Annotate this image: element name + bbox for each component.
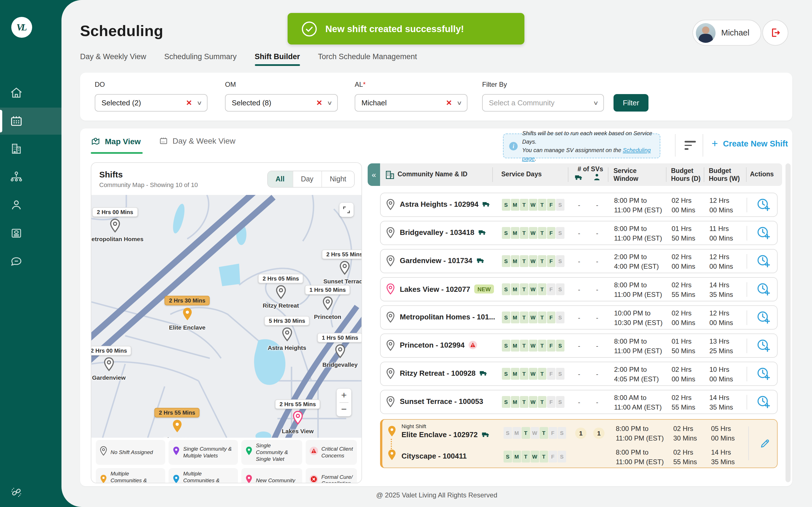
add-schedule-button[interactable] xyxy=(756,395,771,412)
collapse-table-button[interactable]: « xyxy=(368,163,380,186)
budget-hours-d: 02 Hrs00 Mins xyxy=(672,309,695,328)
service-window: 8:00 PM to11:00 PM (EST) xyxy=(616,424,664,443)
day-chip-W: W xyxy=(529,255,537,267)
sidebar-item-home[interactable] xyxy=(0,79,61,107)
tab-day-week-view[interactable]: Day & Week View xyxy=(159,136,236,145)
map-pin-bridgevalley[interactable]: 1 Hrs 50 MinsBridgevalley xyxy=(317,333,361,368)
tab-day-weekly-view[interactable]: Day & Weekly View xyxy=(80,52,146,66)
divider xyxy=(747,339,747,353)
check-circle-icon xyxy=(301,20,317,37)
budget-hours-d: 02 Hrs00 Mins xyxy=(672,196,695,215)
map-pin-astra-heights[interactable]: 5 Hrs 30 MinsAstra Heights xyxy=(264,316,310,351)
toggle-day[interactable]: Day xyxy=(292,171,321,187)
community-row[interactable]: Sunset Terrace - 100053SMTWTFS--8:00 AM … xyxy=(380,390,777,414)
om-label: OM xyxy=(225,80,236,89)
zoom-out-button[interactable]: − xyxy=(337,403,351,416)
tab-map-view[interactable]: Map View xyxy=(91,136,141,146)
day-chip-S: S xyxy=(502,396,510,408)
community-select[interactable]: Select a Community ∨ xyxy=(482,94,604,112)
sidebar-item-integrations[interactable] xyxy=(0,479,61,506)
community-row[interactable]: Metropolitan Homes - 101...SMTWTFS--10:0… xyxy=(380,305,777,330)
budget-hours-w: 14 Hrs35 Mins xyxy=(709,281,733,299)
sidebar-item-scheduling[interactable] xyxy=(0,108,61,135)
table-filter-icon[interactable] xyxy=(684,141,696,152)
night-shift-group-row[interactable]: Night ShiftElite Enclave - 102972Citysca… xyxy=(380,419,777,468)
budget-hours-d: 01 Hrs50 Mins xyxy=(672,337,695,356)
filter-button[interactable]: Filter xyxy=(613,94,649,112)
clear-icon[interactable]: ✕ xyxy=(186,99,192,107)
sidebar-item-users[interactable] xyxy=(0,191,61,219)
add-schedule-button[interactable] xyxy=(756,226,771,243)
do-select[interactable]: Selected (2) ✕∨ xyxy=(95,94,207,112)
map-pin-metropolitan-homes[interactable]: 2 Hrs 00 MinsMetropolitan Homes xyxy=(91,207,144,242)
sidebar-item-communities[interactable] xyxy=(0,135,61,162)
legend-label: Single Community & Multiple Valets xyxy=(183,446,234,459)
al-select[interactable]: Michael ✕∨ xyxy=(355,94,467,112)
sv-truck-count: - xyxy=(573,370,585,378)
community-row[interactable]: Gardenview - 101734SMTWTFS--2:00 PM to4:… xyxy=(380,249,777,273)
toggle-night[interactable]: Night xyxy=(321,171,354,187)
map-pin-elite-enclave[interactable]: 2 Hrs 30 MinsElite Enclave xyxy=(165,296,210,331)
om-select[interactable]: Selected (8) ✕∨ xyxy=(225,94,338,112)
add-schedule-button[interactable] xyxy=(756,254,771,271)
day-chip-S: S xyxy=(556,396,564,408)
sidebar-item-messages[interactable] xyxy=(0,248,61,275)
map-pin-princeton[interactable]: 1 Hrs 50 MinsPrinceton xyxy=(305,285,350,320)
add-schedule-button[interactable] xyxy=(756,339,771,355)
sidebar-item-reports[interactable] xyxy=(0,220,61,247)
map-pin-sunset-terrace[interactable]: 2 Hrs 55 MinsSunset Terrace xyxy=(322,249,361,284)
community-map-label: Ritzy Retreat xyxy=(263,302,299,309)
toggle-all[interactable]: All xyxy=(267,171,292,187)
day-chip-T: T xyxy=(538,368,546,380)
row-pin-icon xyxy=(386,368,395,381)
community-row[interactable]: Bridgevalley - 103418SMTWTFS--8:00 PM to… xyxy=(380,221,777,245)
tab-torch-schedule-management[interactable]: Torch Schedule Management xyxy=(318,52,417,66)
tab-shift-builder[interactable]: Shift Builder xyxy=(255,52,300,66)
day-chip-T: T xyxy=(538,396,546,408)
chat-icon xyxy=(10,255,23,268)
add-schedule-button[interactable] xyxy=(756,282,771,299)
edit-shift-button[interactable] xyxy=(759,438,771,452)
create-new-shift-button[interactable]: + Create New Shift xyxy=(712,137,788,150)
outline-pin-icon xyxy=(103,357,114,371)
add-schedule-button[interactable] xyxy=(756,198,771,215)
map-pin-gardenview[interactable]: 2 Hrs 00 MinsGardenview xyxy=(91,346,132,381)
create-new-shift-label: Create New Shift xyxy=(723,139,788,148)
info-icon: i xyxy=(509,142,518,150)
map-pin-cityscape[interactable]: 2 Hrs 55 MinsCityscape xyxy=(154,408,200,438)
community-row[interactable]: Astra Heights - 102994SMTWTFS--8:00 PM t… xyxy=(380,193,777,217)
fullscreen-button[interactable] xyxy=(340,203,354,217)
user-menu[interactable]: Michael xyxy=(693,20,761,46)
sidebar-item-org-chart[interactable] xyxy=(0,163,61,190)
community-name: Princeton - 102994 xyxy=(400,341,477,349)
col-budget-w: BudgetHours (W) xyxy=(709,167,740,183)
day-chip-T: T xyxy=(522,451,530,462)
community-map-label: Elite Enclave xyxy=(169,324,206,331)
map-pin-lakes-view[interactable]: 2 Hrs 55 MinsLakes View xyxy=(275,399,320,434)
clear-icon[interactable]: ✕ xyxy=(446,99,452,107)
solid-pin-icon xyxy=(388,425,396,437)
community-row[interactable]: Ritzy Retreat - 100928SMTWTFS--2:00 PM t… xyxy=(380,362,777,386)
budget-hours-w: 13 Hrs25 Mins xyxy=(709,337,733,356)
clear-icon[interactable]: ✕ xyxy=(316,99,322,107)
legend-label: New Community xyxy=(256,477,295,483)
filter-bar: DO Selected (2) ✕∨ OM Selected (8) ✕∨ AL… xyxy=(80,73,792,121)
day-chip-S: S xyxy=(556,255,564,267)
calendar-icon xyxy=(159,136,168,145)
budget-hours-d: 02 Hrs55 Mins xyxy=(672,281,695,299)
zoom-in-button[interactable]: + xyxy=(337,389,351,402)
add-schedule-icon xyxy=(756,339,771,353)
budget-hours-d: 02 Hrs00 Mins xyxy=(672,365,695,384)
budget-hours-w: 11 Hrs00 Mins xyxy=(709,224,733,243)
community-row[interactable]: Princeton - 102994SMTWTFS--8:00 PM to11:… xyxy=(380,334,777,358)
add-schedule-button[interactable] xyxy=(756,311,771,327)
tab-scheduling-summary[interactable]: Scheduling Summary xyxy=(164,52,237,66)
add-schedule-button[interactable] xyxy=(756,367,771,384)
map-pin-ritzy-retreat[interactable]: 2 Hrs 05 MinsRitzy Retreat xyxy=(258,274,304,309)
solid-pin-icon xyxy=(172,474,180,483)
col-community: Community Name & ID xyxy=(398,171,467,177)
community-map[interactable]: 2 Hrs 00 MinsMetropolitan Homes2 Hrs 55 … xyxy=(91,195,361,438)
table-scrollbar[interactable] xyxy=(785,163,791,482)
logout-button[interactable] xyxy=(762,20,788,46)
community-row[interactable]: Lakes View - 102077NEWSMTWTFS--8:00 PM t… xyxy=(380,277,777,301)
